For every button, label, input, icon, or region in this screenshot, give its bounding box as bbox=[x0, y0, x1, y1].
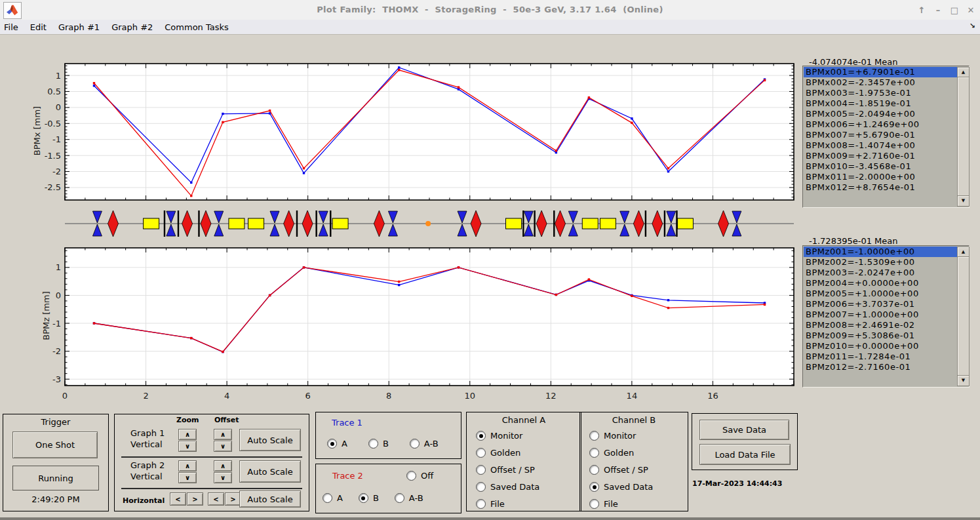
graph1-offset-down-button[interactable]: ∨ bbox=[214, 441, 232, 452]
bpmx-scrollbar[interactable]: ▲ ▼ bbox=[957, 67, 968, 207]
bpmz-list-row[interactable]: BPMz009=+5.3086e-01 bbox=[804, 330, 957, 341]
svg-text:4: 4 bbox=[224, 391, 229, 401]
bpmz-list-row[interactable]: BPMz002=-1.5309e+00 bbox=[804, 257, 957, 268]
minimize-icon[interactable]: – bbox=[933, 5, 943, 15]
quadrupole-icon bbox=[92, 211, 102, 223]
svg-text:0: 0 bbox=[62, 391, 68, 401]
graph1-zoom-up-button[interactable]: ∧ bbox=[178, 429, 197, 440]
graph2-offset-up-button[interactable]: ∧ bbox=[214, 460, 232, 471]
sextupole-icon bbox=[182, 210, 193, 237]
channel-b-offset-sp[interactable]: Offset / SP bbox=[589, 465, 653, 475]
bpmx-list-row[interactable]: BPMx006=+1.2469e+00 bbox=[804, 119, 957, 130]
one-shot-button[interactable]: One Shot bbox=[12, 431, 98, 458]
menu-file[interactable]: File bbox=[0, 22, 24, 33]
horizontal-autoscale-button[interactable]: Auto Scale bbox=[239, 490, 301, 508]
graph1-autoscale-button[interactable]: Auto Scale bbox=[239, 429, 301, 451]
trace2-a-b[interactable]: A-B bbox=[395, 493, 423, 503]
menu-graph-1[interactable]: Graph #1 bbox=[52, 22, 106, 33]
menu-graph-2[interactable]: Graph #2 bbox=[106, 22, 159, 33]
graph2-zoom-up-button[interactable]: ∧ bbox=[178, 460, 197, 471]
scroll-down-icon[interactable]: ▼ bbox=[957, 195, 970, 207]
channel-a-saved-data[interactable]: Saved Data bbox=[476, 482, 539, 492]
bpmz-list-row[interactable]: BPMz007=+1.0000e+00 bbox=[804, 310, 957, 320]
channel-b-title: Channel B bbox=[580, 415, 688, 425]
bpmx-listbox[interactable]: BPMx001=+6.7901e-01BPMx002=-2.3457e+00BP… bbox=[802, 66, 970, 208]
graph1-label: Graph 1 bbox=[130, 428, 165, 438]
bpmx-list-row[interactable]: BPMx010=-3.4568e-01 bbox=[804, 161, 957, 172]
maximize-icon[interactable]: □ bbox=[949, 5, 960, 15]
channel-a-monitor[interactable]: Monitor bbox=[476, 431, 539, 441]
bpmx-list-row[interactable]: BPMx002=-2.3457e+00 bbox=[804, 77, 957, 88]
svg-text:0.5: 0.5 bbox=[47, 87, 61, 96]
trace1-a[interactable]: A bbox=[327, 439, 347, 449]
graph2-label: Graph 2 bbox=[130, 460, 165, 470]
bpmz-list-row[interactable]: BPMz006=+3.7037e-01 bbox=[804, 299, 957, 310]
graph2-offset-down-button[interactable]: ∨ bbox=[214, 472, 232, 483]
bpmx-list-row[interactable]: BPMx008=-1.4074e+00 bbox=[804, 140, 957, 151]
close-icon[interactable]: ✕ bbox=[966, 5, 976, 15]
bpmx-list-row[interactable]: BPMx012=+8.7654e-01 bbox=[804, 182, 957, 193]
bpmz-listbox[interactable]: BPMz001=-1.0000e+00BPMz002=-1.5309e+00BP… bbox=[802, 245, 970, 388]
channel-b-golden[interactable]: Golden bbox=[589, 448, 653, 458]
channel-a-golden[interactable]: Golden bbox=[476, 448, 539, 458]
trace2-title: Trace 2 bbox=[332, 471, 363, 481]
graph2-zoom-down-button[interactable]: ∨ bbox=[178, 472, 197, 483]
load-data-file-button[interactable]: Load Data File bbox=[699, 444, 791, 465]
save-data-button[interactable]: Save Data bbox=[699, 420, 789, 440]
bpmx-list-row[interactable]: BPMx001=+6.7901e-01 bbox=[804, 67, 957, 77]
horizontal-zoom-left-button[interactable]: < bbox=[170, 492, 186, 506]
bpmx-list-row[interactable]: BPMx005=-2.0494e+00 bbox=[804, 109, 957, 119]
svg-text:6: 6 bbox=[305, 391, 311, 401]
graph1-zoom-down-button[interactable]: ∨ bbox=[178, 441, 197, 452]
radio-label: File bbox=[490, 499, 505, 509]
restore-up-icon[interactable]: ↑ bbox=[916, 5, 927, 15]
menu-edit[interactable]: Edit bbox=[24, 22, 52, 33]
svg-text:12: 12 bbox=[545, 391, 557, 401]
bpmz-list-row[interactable]: BPMz011=-1.7284e-01 bbox=[804, 351, 957, 362]
dipole-icon bbox=[144, 218, 159, 229]
bpmx-list-row[interactable]: BPMx004=-1.8519e-01 bbox=[804, 98, 957, 109]
trace2-b[interactable]: B bbox=[359, 493, 379, 503]
bpmz-list-row[interactable]: BPMz003=-2.0247e+00 bbox=[804, 268, 957, 278]
bpmz-list-row[interactable]: BPMz010=+0.0000e+00 bbox=[804, 341, 957, 351]
bpm-marker-icon bbox=[330, 210, 331, 237]
scrollbar-thumb[interactable] bbox=[957, 77, 970, 197]
sextupole-icon bbox=[471, 210, 481, 237]
running-toggle[interactable]: Running bbox=[12, 466, 99, 490]
bpmz-scrollbar[interactable]: ▲ ▼ bbox=[957, 247, 968, 386]
bpmx-list-row[interactable]: BPMx011=-2.0000e+00 bbox=[804, 172, 957, 182]
channel-b-monitor[interactable]: Monitor bbox=[589, 431, 653, 441]
sextupole-icon bbox=[374, 210, 384, 237]
channel-a-offset-sp[interactable]: Offset / SP bbox=[476, 465, 539, 475]
channel-a-file[interactable]: File bbox=[476, 499, 539, 509]
radio-label: Golden bbox=[490, 448, 520, 458]
trace1-b[interactable]: B bbox=[368, 439, 389, 449]
scroll-down-icon[interactable]: ▼ bbox=[957, 375, 970, 386]
radio-unselected-icon bbox=[589, 431, 599, 441]
radio-selected-icon bbox=[476, 431, 486, 441]
graph1-offset-up-button[interactable]: ∧ bbox=[214, 429, 232, 440]
trace2-panel: Trace 2 Off ABA-B bbox=[315, 464, 461, 513]
bpmz-list-row[interactable]: BPMz008=+2.4691e-02 bbox=[804, 320, 957, 330]
trace2-off[interactable]: Off bbox=[406, 471, 433, 481]
menu-overflow-arrow-icon[interactable]: ↘ bbox=[970, 22, 975, 30]
radio-unselected-icon bbox=[589, 448, 599, 458]
radio-label: Off bbox=[421, 471, 433, 481]
bpmz-list-row[interactable]: BPMz001=-1.0000e+00 bbox=[804, 247, 957, 257]
bpmx-list-row[interactable]: BPMx003=-1.9753e-01 bbox=[804, 88, 957, 98]
scrollbar-thumb[interactable] bbox=[957, 256, 970, 376]
channel-b-saved-data[interactable]: Saved Data bbox=[589, 482, 653, 492]
menu-common-tasks[interactable]: Common Tasks bbox=[159, 22, 235, 33]
bpmz-list-row[interactable]: BPMz005=+1.0000e+00 bbox=[804, 289, 957, 299]
dipole-icon bbox=[582, 218, 598, 229]
horizontal-zoom-right-button[interactable]: > bbox=[187, 492, 203, 506]
bpmx-list-row[interactable]: BPMx007=+5.6790e-01 bbox=[804, 130, 957, 140]
channel-b-file[interactable]: File bbox=[589, 499, 653, 509]
graph2-autoscale-button[interactable]: Auto Scale bbox=[239, 460, 301, 483]
bpmz-list-row[interactable]: BPMz004=+0.0000e+00 bbox=[804, 278, 957, 289]
bpmz-list-row[interactable]: BPMz012=-2.7160e-01 bbox=[804, 362, 957, 372]
trace2-a[interactable]: A bbox=[323, 493, 343, 503]
bpmx-list-row[interactable]: BPMx009=+2.7160e-01 bbox=[804, 151, 957, 161]
trace1-a-b[interactable]: A-B bbox=[410, 439, 439, 449]
horizontal-offset-left-button[interactable]: < bbox=[208, 492, 224, 506]
